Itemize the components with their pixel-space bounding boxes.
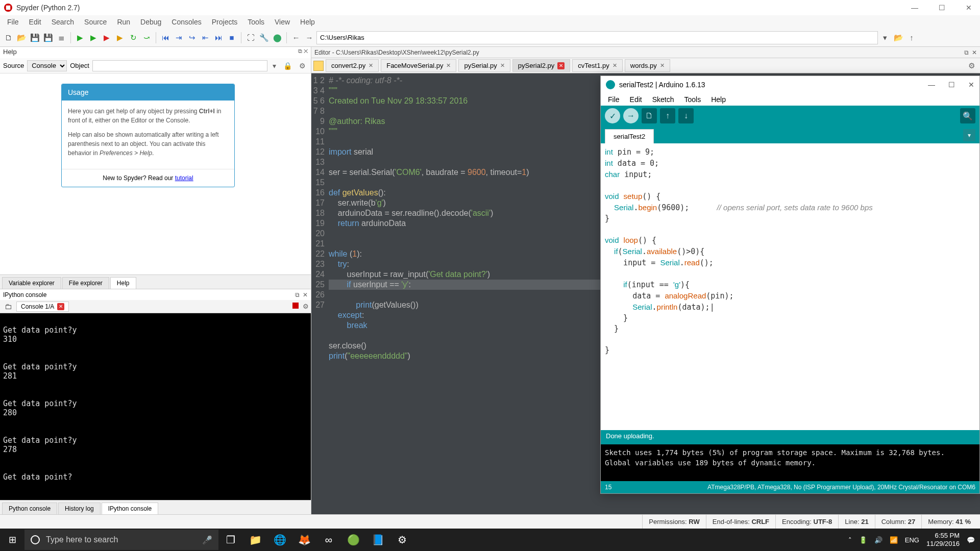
tab-ipython-console[interactable]: IPython console <box>102 503 158 514</box>
tab-close-icon[interactable]: ✕ <box>500 62 505 69</box>
file-tab[interactable]: pySerial.py✕ <box>458 59 510 72</box>
file-tab[interactable]: words.py✕ <box>625 59 670 72</box>
ard-menu-edit[interactable]: Edit <box>626 94 646 105</box>
new-file-icon[interactable]: 🗋 <box>2 32 14 44</box>
chrome-icon[interactable]: 🌐 <box>267 529 292 551</box>
debug-over-icon[interactable]: ↪ <box>186 32 198 44</box>
start-button[interactable]: ⊞ <box>0 529 24 551</box>
minimize-button[interactable]: — <box>907 2 922 14</box>
tab-close-icon[interactable]: ✕ <box>660 62 665 69</box>
close-button[interactable]: ✕ <box>962 2 976 14</box>
menu-help[interactable]: Help <box>295 16 320 28</box>
save-all-icon[interactable]: 💾 <box>42 32 54 44</box>
cortana-search[interactable]: Type here to search 🎤 <box>24 530 218 550</box>
menu-projects[interactable]: Projects <box>207 16 243 28</box>
list-icon[interactable]: ≣ <box>55 32 67 44</box>
obj-dropdown-icon[interactable]: ▾ <box>271 62 278 70</box>
editor-undock-icon[interactable]: ⧉ <box>964 49 969 56</box>
save-sketch-button[interactable]: ↓ <box>678 108 694 123</box>
tab-close-icon[interactable]: ✕ <box>612 62 617 69</box>
word-icon[interactable]: 📘 <box>365 529 390 551</box>
pane-undock-icon[interactable]: ⧉ <box>298 48 302 54</box>
debug-step-icon[interactable]: ⏮ <box>159 32 172 44</box>
tray-notifications-icon[interactable]: 💬 <box>967 536 975 544</box>
open-sketch-button[interactable]: ↑ <box>660 108 675 123</box>
kernel-gear-icon[interactable]: ⚙ <box>303 303 309 310</box>
maximize-pane-icon[interactable]: ⛶ <box>244 32 257 44</box>
firefox-icon[interactable]: 🦊 <box>292 529 316 551</box>
tab-menu-icon[interactable]: ▾ <box>963 129 975 141</box>
ard-close-button[interactable]: ✕ <box>968 81 974 89</box>
tray-clock[interactable]: 6:55 PM11/29/2016 <box>926 532 960 547</box>
menu-run[interactable]: Run <box>112 16 135 28</box>
nav-fwd-icon[interactable]: → <box>303 32 315 44</box>
explorer-icon[interactable]: 📁 <box>243 529 267 551</box>
console-folder-icon[interactable]: 🗀 <box>2 300 14 313</box>
file-tab-active[interactable]: pySerial2.py✕ <box>512 59 571 72</box>
tab-history-log[interactable]: History log <box>58 503 101 514</box>
mic-icon[interactable]: 🎤 <box>202 535 212 545</box>
ard-maximize-button[interactable]: ☐ <box>948 81 955 89</box>
debug-out-icon[interactable]: ⇤ <box>199 32 211 44</box>
serial-monitor-button[interactable]: 🔍 <box>960 108 975 123</box>
pane-close-icon[interactable]: ✕ <box>304 48 308 54</box>
open-file-icon[interactable]: 📂 <box>15 32 28 44</box>
tutorial-link[interactable]: tutorial <box>175 174 193 182</box>
arduino-editor[interactable]: int pin = 9; int data = 0; char input; v… <box>601 143 979 430</box>
sketch-tab[interactable]: serialTest2 <box>605 129 654 143</box>
menu-tools[interactable]: Tools <box>242 16 270 28</box>
menu-source[interactable]: Source <box>79 16 112 28</box>
tab-help[interactable]: Help <box>110 277 136 289</box>
debug-stop-icon[interactable]: ■ <box>226 32 238 44</box>
maximize-button[interactable]: ☐ <box>935 2 949 14</box>
ipython-console[interactable]: Get data point?y 310 Get data point?y 28… <box>0 313 311 500</box>
editor-gear-icon[interactable]: ⚙ <box>965 61 978 70</box>
task-view-icon[interactable]: ❐ <box>218 529 243 551</box>
menu-edit[interactable]: Edit <box>24 16 46 28</box>
verify-button[interactable]: ✓ <box>605 108 620 123</box>
tray-battery-icon[interactable]: 🔋 <box>859 536 867 544</box>
run-selection-icon[interactable]: ▶ <box>101 32 113 44</box>
tray-network-icon[interactable]: 📶 <box>890 536 898 544</box>
kernel-stop-icon[interactable] <box>292 303 299 309</box>
arduino-icon[interactable]: ∞ <box>316 529 341 551</box>
app-icon[interactable]: 🟢 <box>341 529 365 551</box>
console-tab[interactable]: Console 1/A ✕ <box>16 302 69 312</box>
ipy-undock-icon[interactable]: ⧉ <box>295 291 300 298</box>
tab-python-console[interactable]: Python console <box>2 503 57 514</box>
tray-lang[interactable]: ENG <box>905 536 919 544</box>
tray-volume-icon[interactable]: 🔊 <box>874 536 883 544</box>
run-cell-icon[interactable]: ▶ <box>87 32 100 44</box>
reload-icon[interactable]: ↻ <box>127 32 139 44</box>
nav-back-icon[interactable]: ← <box>290 32 302 44</box>
gear-icon[interactable]: ⚙ <box>297 62 308 70</box>
file-tab[interactable]: convert2.py✕ <box>326 59 379 72</box>
ard-menu-tools[interactable]: Tools <box>680 94 705 105</box>
ard-menu-help[interactable]: Help <box>707 94 730 105</box>
tab-close-icon[interactable]: ✕ <box>557 62 565 69</box>
menu-search[interactable]: Search <box>46 16 79 28</box>
file-tab[interactable]: cvTest1.py✕ <box>572 59 622 72</box>
folder-icon[interactable] <box>313 61 324 71</box>
ard-minimize-button[interactable]: — <box>928 81 935 89</box>
menu-file[interactable]: File <box>2 16 24 28</box>
tray-chevron-icon[interactable]: ˄ <box>848 536 852 544</box>
wrench-icon[interactable]: 🔧 <box>258 32 270 44</box>
ard-menu-sketch[interactable]: Sketch <box>648 94 678 105</box>
ard-menu-file[interactable]: File <box>604 94 624 105</box>
upload-button[interactable]: → <box>623 108 639 123</box>
tab-close-icon[interactable]: ✕ <box>446 62 451 69</box>
object-input[interactable] <box>92 60 267 71</box>
python-icon[interactable]: ⬤ <box>271 32 283 44</box>
console-close-icon[interactable]: ✕ <box>57 303 64 310</box>
spyder-icon[interactable]: ⚙ <box>390 529 414 551</box>
parent-dir-icon[interactable]: ↑ <box>905 32 918 44</box>
file-tab[interactable]: FaceMoveSerial.py✕ <box>381 59 456 72</box>
run-again-icon[interactable]: ⤻ <box>140 32 153 44</box>
save-icon[interactable]: 💾 <box>29 32 41 44</box>
ipy-close-icon[interactable]: ✕ <box>303 291 308 298</box>
menu-debug[interactable]: Debug <box>135 16 166 28</box>
source-select[interactable]: Console <box>27 60 67 71</box>
debug-into-icon[interactable]: ⇥ <box>173 32 185 44</box>
new-sketch-button[interactable]: 🗋 <box>642 108 657 123</box>
